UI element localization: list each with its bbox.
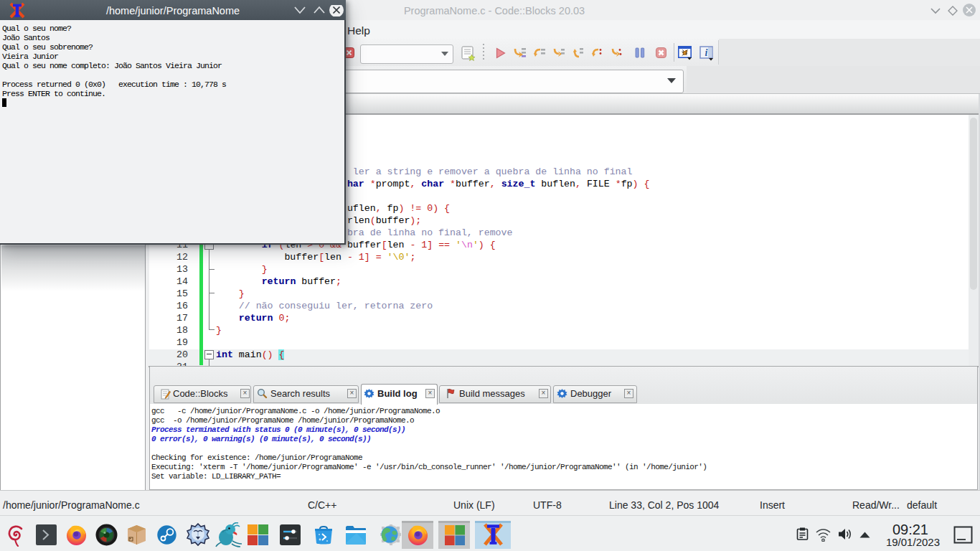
svg-text:i: i bbox=[705, 47, 708, 58]
